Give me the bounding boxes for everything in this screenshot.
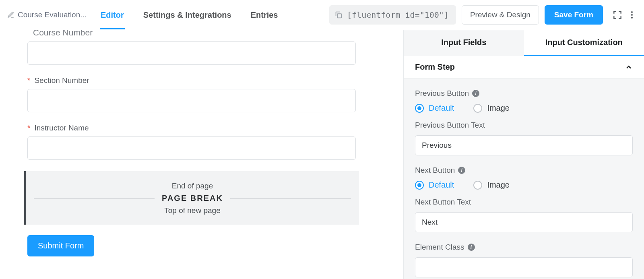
previous-button-type: Default Image [415, 103, 633, 113]
previous-button-label: Previous Button i [415, 89, 633, 98]
page-break-top-text: Top of new page [26, 206, 359, 215]
more-menu-button[interactable] [625, 8, 639, 22]
radio-label: Default [429, 103, 454, 113]
shortcode-text: [fluentform id="100"] [347, 10, 449, 20]
tab-input-customization[interactable]: Input Customization [524, 30, 644, 56]
course-number-input[interactable] [27, 41, 356, 65]
previous-button-text-input[interactable] [415, 135, 633, 155]
form-title-text: Course Evaluation... [18, 10, 87, 19]
next-default-radio[interactable]: Default [415, 180, 454, 190]
tab-input-fields[interactable]: Input Fields [404, 30, 524, 56]
info-icon[interactable]: i [458, 167, 465, 174]
main-tabs: Editor Settings & Integrations Entries [100, 1, 279, 29]
svg-point-3 [631, 17, 633, 19]
field-course-number[interactable]: Course Number [27, 30, 379, 65]
svg-rect-0 [337, 14, 341, 18]
svg-point-2 [631, 14, 633, 16]
panel-title: Form Step [415, 62, 455, 72]
next-button-label-text: Next Button [415, 166, 455, 175]
svg-point-1 [631, 11, 633, 13]
field-section-number[interactable]: Section Number [27, 76, 379, 112]
next-button-label: Next Button i [415, 166, 633, 175]
radio-label: Image [487, 103, 510, 113]
submit-form-button[interactable]: Submit Form [27, 235, 94, 256]
next-button-text-input[interactable] [415, 212, 633, 232]
instructor-name-label: Instructor Name [27, 124, 379, 132]
section-number-input[interactable] [27, 89, 356, 112]
field-instructor-name[interactable]: Instructor Name [27, 124, 379, 160]
preview-design-button[interactable]: Preview & Design [462, 5, 539, 25]
element-class-label: Element Class i [415, 243, 633, 252]
info-icon[interactable]: i [468, 244, 475, 251]
instructor-name-input[interactable] [27, 136, 356, 160]
sidebar: Input Fields Input Customization Form St… [403, 30, 644, 279]
panel-form-step-body: Previous Button i Default Image Previous… [404, 79, 644, 279]
tab-editor[interactable]: Editor [100, 1, 125, 29]
more-vertical-icon [627, 10, 637, 20]
main-area: Course Number Section Number Instructor … [0, 30, 644, 279]
tab-settings-integrations[interactable]: Settings & Integrations [142, 1, 232, 29]
next-button-type: Default Image [415, 180, 633, 190]
element-class-label-text: Element Class [415, 243, 464, 252]
panel-form-step-header[interactable]: Form Step [404, 56, 644, 79]
course-number-label: Course Number [27, 30, 379, 37]
copy-icon [334, 10, 343, 19]
form-title[interactable]: Course Evaluation... [7, 10, 92, 19]
page-break-title: PAGE BREAK [155, 194, 230, 203]
previous-button-label-text: Previous Button [415, 89, 469, 98]
tab-entries[interactable]: Entries [250, 1, 279, 29]
info-icon[interactable]: i [472, 90, 479, 97]
pencil-icon [7, 11, 14, 19]
radio-label: Default [429, 180, 454, 190]
chevron-up-icon [625, 63, 633, 71]
topbar: Course Evaluation... Editor Settings & I… [0, 0, 644, 30]
page-break-end-text: End of page [26, 182, 359, 190]
previous-default-radio[interactable]: Default [415, 103, 454, 113]
previous-image-radio[interactable]: Image [473, 103, 510, 113]
element-class-input[interactable] [415, 257, 633, 277]
save-form-button[interactable]: Save Form [545, 5, 603, 25]
next-image-radio[interactable]: Image [473, 180, 510, 190]
section-number-label: Section Number [27, 76, 379, 85]
expand-icon [612, 10, 623, 20]
form-canvas: Course Number Section Number Instructor … [0, 30, 403, 279]
shortcode-copy[interactable]: [fluentform id="100"] [329, 5, 456, 25]
radio-label: Image [487, 180, 510, 190]
previous-button-text-label: Previous Button Text [415, 121, 633, 130]
fullscreen-button[interactable] [610, 8, 625, 22]
page-break-element[interactable]: End of page PAGE BREAK Top of new page [24, 171, 359, 225]
sidebar-tabs: Input Fields Input Customization [404, 30, 644, 56]
next-button-text-label: Next Button Text [415, 198, 633, 207]
